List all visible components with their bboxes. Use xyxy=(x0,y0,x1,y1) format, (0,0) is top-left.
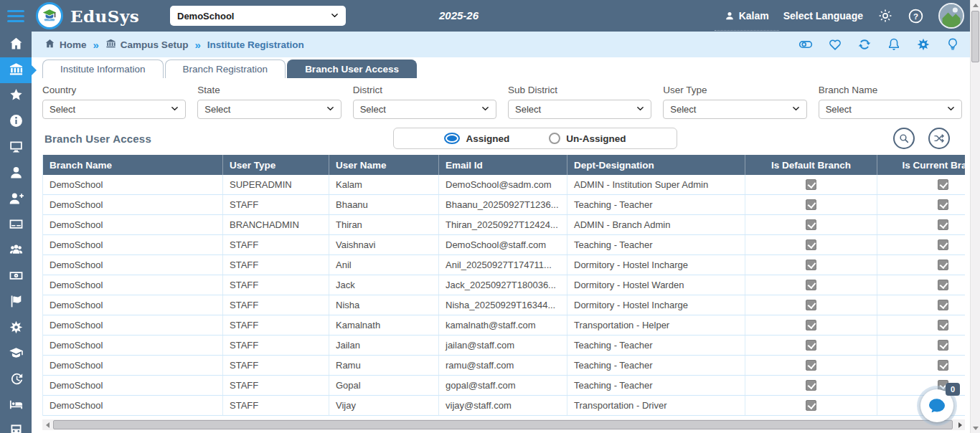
sidebar-item-history[interactable] xyxy=(0,367,32,393)
scroll-up-arrow[interactable] xyxy=(971,0,980,10)
checkbox-checked[interactable] xyxy=(806,400,816,411)
filter-select[interactable]: Select xyxy=(663,100,806,119)
filter-select[interactable]: Select xyxy=(42,100,186,119)
sidebar-item-student[interactable] xyxy=(0,161,32,186)
column-header[interactable]: Branch Name xyxy=(43,155,223,175)
checkbox-checked[interactable] xyxy=(938,199,948,210)
sidebar-item-monitor[interactable] xyxy=(0,135,32,161)
checkbox-checked[interactable] xyxy=(806,360,816,371)
radio-button[interactable] xyxy=(444,133,460,144)
table-row[interactable]: DemoSchoolSTAFFGopalgopal@staff.comTeach… xyxy=(43,376,965,396)
column-header[interactable]: User Type xyxy=(223,155,329,175)
help-icon[interactable]: ? xyxy=(908,8,924,24)
table-row[interactable]: DemoSchoolSUPERADMINKalamDemoSchool@sadm… xyxy=(43,175,965,195)
sidebar-item-settings[interactable] xyxy=(0,315,32,341)
filter-label: District xyxy=(353,85,496,95)
language-selector[interactable]: Select Language xyxy=(783,10,863,22)
checkbox-checked[interactable] xyxy=(938,179,948,190)
sidebar-item-hostel[interactable] xyxy=(0,393,32,419)
sidebar-item-favorites[interactable] xyxy=(0,83,32,109)
scroll-left-arrow[interactable] xyxy=(42,419,52,430)
school-selector[interactable]: DemoSchool xyxy=(170,6,346,26)
shuffle-button[interactable] xyxy=(928,128,950,149)
radio-button[interactable] xyxy=(549,133,560,144)
checkbox-checked[interactable] xyxy=(938,360,948,371)
checkbox-checked[interactable] xyxy=(806,380,816,391)
table-row[interactable]: DemoSchoolSTAFFBhaanuBhaanu_20250927T123… xyxy=(43,195,965,215)
table-row[interactable]: DemoSchoolSTAFFNishaNisha_20250929T16344… xyxy=(43,295,965,315)
toggle-icon[interactable] xyxy=(798,37,813,52)
sidebar-item-home[interactable] xyxy=(0,32,32,57)
notifications-icon[interactable] xyxy=(887,37,901,52)
checkbox-checked[interactable] xyxy=(806,340,816,351)
sidebar-item-transport[interactable] xyxy=(0,419,32,433)
filter-select[interactable]: Select xyxy=(353,100,496,119)
checkbox-checked[interactable] xyxy=(938,280,948,290)
sidebar-item-admission[interactable] xyxy=(0,186,32,212)
sidebar-item-campus-setup[interactable] xyxy=(0,57,32,83)
table-row[interactable]: DemoSchoolSTAFFKamalnathkamalnath@staff.… xyxy=(43,315,965,336)
column-header[interactable]: Dept-Designation xyxy=(567,155,745,175)
avatar[interactable] xyxy=(938,3,964,29)
vertical-scroll-thumb[interactable] xyxy=(971,11,979,62)
sidebar-item-groups[interactable] xyxy=(0,238,32,264)
checkbox-checked[interactable] xyxy=(938,239,948,250)
favorite-icon[interactable] xyxy=(828,37,842,52)
sidebar-item-fees[interactable] xyxy=(0,264,32,290)
checkbox-checked[interactable] xyxy=(938,340,948,351)
table-row[interactable]: DemoSchoolBRANCHADMINThiranThiran_202509… xyxy=(43,215,965,235)
chat-widget[interactable]: 0 xyxy=(917,386,957,426)
scroll-down-arrow[interactable] xyxy=(971,423,980,433)
radio-un-assigned[interactable]: Un-Assigned xyxy=(549,133,626,144)
checkbox-checked[interactable] xyxy=(806,320,816,330)
vertical-scrollbar[interactable] xyxy=(970,0,980,433)
checkbox-checked[interactable] xyxy=(806,239,816,250)
table-row[interactable]: DemoSchoolSTAFFJackJack_20250927T180036.… xyxy=(43,275,965,295)
table-row[interactable]: DemoSchoolSTAFFAnilAnil_20250927T174711.… xyxy=(43,255,965,275)
sidebar-item-flag[interactable] xyxy=(0,290,32,315)
column-header[interactable]: Is Default Branch xyxy=(745,155,877,175)
is-current-branch-cell xyxy=(877,235,965,254)
tab-institute-information[interactable]: Institute Information xyxy=(42,60,164,78)
settings-gear-icon[interactable] xyxy=(877,8,893,24)
table-row[interactable]: DemoSchoolSTAFFVaishnaviDemoSchool@staff… xyxy=(43,235,965,255)
radio-assigned[interactable]: Assigned xyxy=(444,133,509,144)
tab-branch-registration[interactable]: Branch Registration xyxy=(165,60,286,78)
settings-icon[interactable] xyxy=(916,37,930,52)
is-current-branch-cell xyxy=(877,295,965,315)
horizontal-scrollbar[interactable] xyxy=(42,419,965,430)
checkbox-checked[interactable] xyxy=(938,300,948,310)
checkbox-checked[interactable] xyxy=(938,260,948,270)
checkbox-checked[interactable] xyxy=(806,280,816,290)
filter-select[interactable]: Select xyxy=(197,100,341,119)
table-row[interactable]: DemoSchoolSTAFFRamuramu@staff.comTeachin… xyxy=(43,356,965,376)
checkbox-checked[interactable] xyxy=(938,219,948,230)
filter-select[interactable]: Select xyxy=(819,100,962,119)
tab-branch-user-access[interactable]: Branch User Access xyxy=(287,60,417,78)
breadcrumb-item[interactable]: Campus Setup xyxy=(105,38,189,51)
checkbox-checked[interactable] xyxy=(938,320,948,330)
search-button[interactable] xyxy=(893,128,915,149)
scroll-right-arrow[interactable] xyxy=(955,419,965,430)
table-row[interactable]: DemoSchoolSTAFFVijayvijay@staff.comTrans… xyxy=(43,396,965,416)
sidebar-item-id-card[interactable] xyxy=(0,212,32,238)
checkbox-checked[interactable] xyxy=(806,179,816,190)
table-row[interactable]: DemoSchoolSTAFFJailanjailan@staff.comTea… xyxy=(43,336,965,356)
column-header[interactable]: Is Current Branch xyxy=(877,155,965,175)
breadcrumb-item[interactable]: Institute Registration xyxy=(207,39,304,50)
breadcrumb-item[interactable]: Home xyxy=(44,38,87,51)
user-menu[interactable]: Kalam xyxy=(725,0,769,32)
checkbox-checked[interactable] xyxy=(806,300,816,310)
hamburger-menu-icon[interactable] xyxy=(0,0,32,32)
filter-select[interactable]: Select xyxy=(508,100,651,119)
horizontal-scroll-thumb[interactable] xyxy=(53,420,953,429)
refresh-icon[interactable] xyxy=(857,37,872,52)
column-header[interactable]: Email Id xyxy=(439,155,567,175)
checkbox-checked[interactable] xyxy=(806,260,816,270)
tips-icon[interactable] xyxy=(946,37,960,52)
checkbox-checked[interactable] xyxy=(806,199,816,210)
sidebar-item-info[interactable] xyxy=(0,109,32,135)
sidebar-item-academics[interactable] xyxy=(0,341,32,367)
checkbox-checked[interactable] xyxy=(806,219,816,230)
column-header[interactable]: User Name xyxy=(329,155,439,175)
